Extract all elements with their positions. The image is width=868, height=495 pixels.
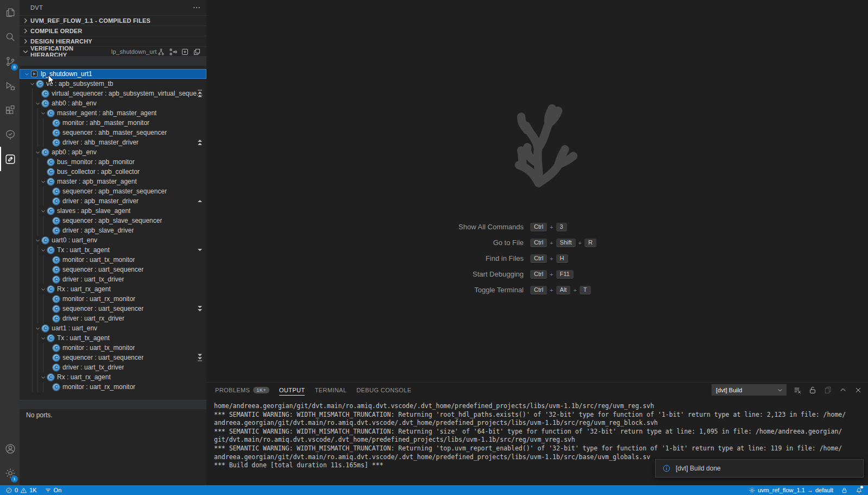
tree-item[interactable]: Cbus_collector : apb_collector (20, 167, 206, 177)
tab-problems[interactable]: PROBLEMS1K+ (215, 383, 269, 397)
tree-item[interactable]: Cuart0 : uart_env (20, 235, 206, 245)
clear-output-icon[interactable] (793, 386, 802, 394)
activity-item-dvt-verification[interactable] (0, 122, 20, 147)
tree-item[interactable]: Cahb0 : ahb_env (20, 98, 206, 108)
twisty-icon[interactable] (35, 91, 41, 97)
twisty-icon[interactable] (40, 374, 46, 380)
twisty-icon[interactable] (46, 365, 52, 371)
twisty-icon[interactable] (46, 218, 52, 224)
tree-item[interactable]: Cve : apb_subsystem_tb (20, 79, 206, 89)
twisty-icon[interactable] (46, 257, 52, 263)
twisty-icon[interactable] (46, 189, 52, 195)
twisty-icon[interactable] (35, 101, 41, 106)
close-icon[interactable] (854, 386, 863, 394)
tree-item[interactable]: CRx : uart_rx_agent (20, 284, 206, 294)
ports-section-bar[interactable] (20, 400, 206, 409)
activity-item-extensions[interactable] (0, 98, 20, 122)
unlock-icon[interactable] (808, 386, 817, 394)
twisty-icon[interactable] (46, 355, 52, 361)
twisty-icon[interactable] (46, 306, 52, 312)
activity-item-search[interactable] (0, 24, 20, 49)
activity-item-dvt[interactable] (0, 147, 20, 171)
tree-item[interactable]: Csequencer : uart_sequencer (20, 304, 206, 314)
twisty-icon[interactable] (46, 384, 52, 390)
twisty-icon[interactable] (46, 296, 52, 302)
twisty-icon[interactable] (40, 110, 46, 116)
tree-item[interactable]: CRx : uart_rx_agent (20, 372, 206, 382)
section-header-uvm-ref-flow-1-1-compiled-files[interactable]: UVM_REF_FLOW_1.1 - COMPILED FILES (20, 15, 206, 26)
expand-all-icon[interactable] (181, 48, 189, 56)
twisty-icon[interactable] (46, 345, 52, 351)
twisty-icon[interactable] (35, 237, 41, 243)
tree-item[interactable]: lp_shutdown_urt1 (20, 69, 206, 79)
tree-item[interactable]: Cdriver : apb_slave_driver (20, 225, 206, 235)
tab-debug-console[interactable]: DEBUG CONSOLE (356, 383, 411, 397)
tab-terminal[interactable]: TERMINAL (315, 383, 347, 397)
twisty-icon[interactable] (46, 267, 52, 273)
twisty-icon[interactable] (40, 286, 46, 292)
tree-item[interactable]: Cmonitor : uart_tx_monitor (20, 255, 206, 265)
notification-toast[interactable]: [dvt] Build done (655, 459, 864, 478)
notifications-bell[interactable] (856, 487, 863, 494)
tree-item[interactable]: Cbus_monitor : apb_monitor (20, 157, 206, 167)
twisty-icon[interactable] (40, 247, 46, 253)
twisty-icon[interactable] (46, 198, 52, 204)
tree-item[interactable]: Cdriver : uart_tx_driver (20, 274, 206, 284)
activity-item-manage[interactable]: 1 (0, 461, 20, 485)
tree-item[interactable]: Csequencer : uart_sequencer (20, 265, 206, 274)
tab-output[interactable]: OUTPUT (279, 383, 305, 397)
tree-item[interactable]: Cmonitor : uart_rx_monitor (20, 294, 206, 304)
problems-status[interactable]: 0 1K (5, 487, 37, 494)
tree-item[interactable]: Csequencer : apb_slave_sequencer (20, 216, 206, 225)
twisty-icon[interactable] (46, 130, 52, 136)
tree-filter-box[interactable] (20, 57, 206, 66)
twisty-icon[interactable] (46, 316, 52, 322)
chevron-up-icon[interactable] (839, 386, 847, 394)
twisty-icon[interactable] (40, 169, 46, 175)
tree-item[interactable]: CTx : uart_tx_agent (20, 333, 206, 343)
relations-icon[interactable] (169, 48, 177, 56)
dvt-engine-status[interactable]: On (45, 487, 62, 494)
tree-item[interactable]: Cmaster_agent : ahb_master_agent (20, 108, 206, 118)
activity-item-run-debug[interactable] (0, 73, 20, 98)
twisty-icon[interactable] (40, 179, 46, 185)
tree-item[interactable]: Csequencer : ahb_master_sequencer (20, 128, 206, 137)
tree-item[interactable]: Cdriver : uart_rx_driver (20, 314, 206, 323)
twisty-icon[interactable] (46, 120, 52, 126)
twisty-icon[interactable] (29, 81, 35, 87)
twisty-icon[interactable] (46, 140, 52, 146)
tree-item[interactable]: Cuart1 : uart_env (20, 323, 206, 333)
collapse-all-icon[interactable] (193, 48, 201, 56)
section-header-compile-order[interactable]: COMPILE ORDER (20, 26, 206, 36)
tree-item[interactable]: Cdriver : ahb_master_driver (20, 137, 206, 147)
output-channel-select[interactable]: [dvt] Build (712, 384, 787, 396)
tree-item[interactable]: Cmonitor : ahb_master_monitor (20, 118, 206, 128)
activity-item-explorer[interactable] (0, 0, 20, 24)
tree-item[interactable]: Cslaves : apb_slave_agent (20, 206, 206, 216)
twisty-icon[interactable] (40, 208, 46, 214)
tree-item[interactable]: Csequencer : apb_master_sequencer (20, 186, 206, 196)
tree-item[interactable]: Cmonitor : uart_rx_monitor (20, 382, 206, 392)
more-actions-icon[interactable] (192, 3, 201, 12)
tree-item[interactable]: Cdriver : apb_master_driver (20, 196, 206, 206)
lock-status[interactable] (841, 487, 848, 494)
twisty-icon[interactable] (40, 159, 46, 165)
twisty-icon[interactable] (46, 228, 52, 234)
twisty-icon[interactable] (35, 325, 41, 331)
twisty-icon[interactable] (35, 149, 41, 155)
tree-item[interactable]: Cmonitor : uart_tx_monitor (20, 343, 206, 353)
tree-item[interactable]: Csequencer : uart_sequencer (20, 353, 206, 362)
new-window-icon[interactable] (823, 386, 832, 394)
activity-item-source-control[interactable]: 8 (0, 49, 20, 73)
activity-item-accounts[interactable] (0, 436, 20, 461)
tree-item[interactable]: Cmaster : apb_master_agent (20, 177, 206, 186)
tree-item[interactable]: CTx : uart_tx_agent (20, 245, 206, 255)
tree-item[interactable]: Cvirtual_sequencer : apb_subsystem_virtu… (20, 89, 206, 98)
project-config-status[interactable]: uvm_ref_flow_1.1 → default (749, 487, 833, 494)
tree-item[interactable]: Capb0 : apb_env (20, 147, 206, 157)
section-header-verification-hierarchy[interactable]: VERIFICATION HIERARCHYlp_shutdown_urt1 (20, 46, 206, 57)
twisty-icon[interactable] (24, 71, 30, 77)
hierarchy-icon[interactable] (157, 48, 165, 56)
tree-item[interactable]: Cdriver : uart_tx_driver (20, 362, 206, 372)
twisty-icon[interactable] (46, 277, 52, 283)
